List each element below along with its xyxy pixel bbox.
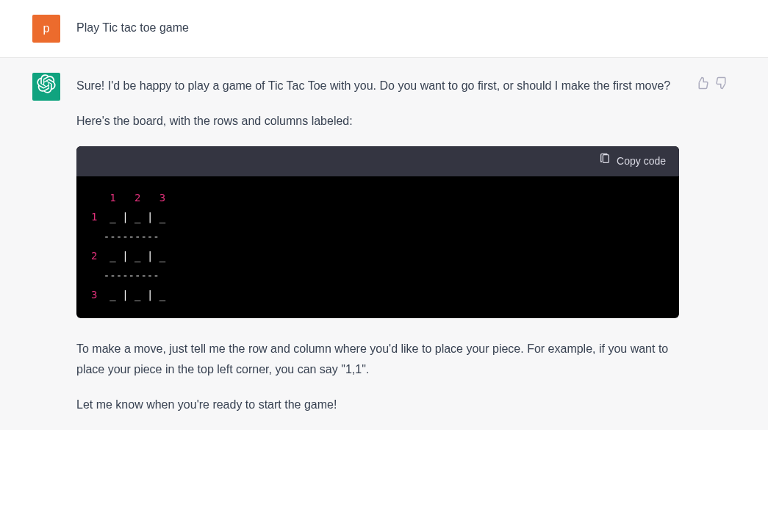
assistant-paragraph: To make a move, just tell me the row and… [76,339,679,380]
thumbs-up-button[interactable] [695,76,708,415]
copy-code-label: Copy code [617,152,666,170]
code-block: Copy code 1 2 3 1 _ | _ | _ --------- 2 … [76,146,679,318]
assistant-paragraph: Let me know when you're ready to start t… [76,395,679,415]
assistant-message-row: Sure! I'd be happy to play a game of Tic… [0,58,768,430]
thumbs-down-icon [716,76,729,90]
user-message-row: p Play Tic tac toe game [0,0,768,58]
clipboard-icon [599,152,611,170]
openai-logo-icon [37,74,56,100]
svg-rect-0 [603,155,609,163]
assistant-paragraph: Here's the board, with the rows and colu… [76,111,679,132]
thumbs-up-icon [695,76,708,90]
user-avatar-letter: p [43,18,50,39]
assistant-paragraph: Sure! I'd be happy to play a game of Tic… [76,76,679,96]
assistant-message-content: Sure! I'd be happy to play a game of Tic… [76,73,679,415]
message-actions [695,73,729,415]
thumbs-down-button[interactable] [716,76,729,415]
copy-code-button[interactable]: Copy code [599,152,666,170]
user-message-content: Play Tic tac toe game [76,15,679,43]
code-block-header: Copy code [76,146,679,176]
code-block-body: 1 2 3 1 _ | _ | _ --------- 2 _ | _ | _ … [76,176,679,319]
assistant-avatar [32,73,60,101]
user-avatar: p [32,15,60,43]
user-message-text: Play Tic tac toe game [76,18,679,38]
